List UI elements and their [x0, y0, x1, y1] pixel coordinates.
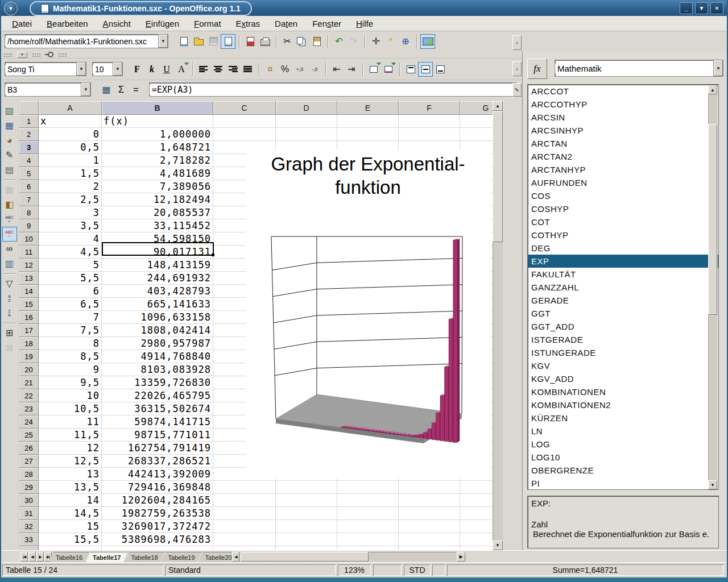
group-icon[interactable]: ⊞ — [2, 326, 17, 340]
align-center-vertically-icon[interactable] — [418, 62, 433, 77]
row-header-18[interactable]: 18 — [19, 337, 39, 350]
cell-F30[interactable] — [399, 494, 460, 507]
cell-D34[interactable] — [276, 546, 337, 550]
cell-B26[interactable]: 162754,791419 — [102, 442, 213, 455]
row-header-12[interactable]: 12 — [19, 259, 39, 272]
cell-A6[interactable]: 2 — [39, 180, 102, 193]
row-header-4[interactable]: 4 — [19, 154, 39, 167]
row-header-29[interactable]: 29 — [19, 481, 39, 494]
find-and-replace-icon[interactable]: ∞ — [2, 242, 17, 256]
status-selection-mode[interactable]: STD — [404, 564, 431, 576]
row-header-14[interactable]: 14 — [19, 285, 39, 298]
url-dropdown-icon[interactable]: ▼ — [158, 35, 168, 48]
function-item-exp[interactable]: EXP — [528, 255, 718, 268]
function-item-deg[interactable]: DEG — [528, 242, 718, 255]
cell-A17[interactable]: 7,5 — [39, 324, 102, 337]
font-size-input[interactable] — [93, 65, 113, 74]
new-document-icon[interactable] — [176, 34, 191, 49]
background-color-icon[interactable] — [381, 62, 396, 77]
cell-D33[interactable] — [276, 533, 337, 546]
cell-G33[interactable] — [460, 533, 493, 546]
row-header-24[interactable]: 24 — [19, 415, 39, 429]
cell-F32[interactable] — [399, 520, 460, 533]
scroll-down-icon[interactable]: ▼ — [708, 480, 717, 489]
cell-B28[interactable]: 442413,392009 — [102, 468, 213, 481]
function-item-arcsinhyp[interactable]: ARCSINHYP — [528, 124, 718, 137]
sort-descending-icon[interactable]: Z A — [2, 306, 17, 321]
function-item-pi[interactable]: PI — [528, 477, 718, 490]
cell-A21[interactable]: 9,5 — [39, 376, 102, 389]
cell-G1[interactable] — [460, 115, 493, 128]
autospellcheck-icon[interactable]: ABC ~ — [2, 227, 17, 242]
cell-G30[interactable] — [460, 494, 493, 507]
cell-A32[interactable]: 15 — [39, 520, 102, 533]
cell-reference-input[interactable] — [5, 85, 81, 94]
cell-E30[interactable] — [337, 494, 399, 507]
menu-daten[interactable]: Daten — [268, 17, 304, 30]
cut-icon[interactable]: ✂ — [280, 34, 295, 49]
cell-G31[interactable] — [460, 507, 493, 520]
function-item-cos[interactable]: COS — [528, 189, 718, 202]
cell-A8[interactable]: 3 — [39, 206, 102, 219]
menu-datei[interactable]: Datei — [6, 17, 38, 30]
font-name-dropdown-icon[interactable]: ▼ — [76, 63, 86, 76]
cell-A12[interactable]: 5 — [39, 259, 102, 272]
cell-A16[interactable]: 7 — [39, 311, 102, 324]
pen-icon[interactable]: ✎ — [512, 83, 522, 97]
column-header-a[interactable]: A — [39, 101, 102, 115]
function-item-cot[interactable]: COT — [528, 215, 718, 228]
row-header-17[interactable]: 17 — [19, 324, 39, 337]
cell-B23[interactable]: 36315,502674 — [102, 402, 213, 415]
cell-B9[interactable]: 33,115452 — [102, 219, 213, 232]
cell-A3[interactable]: 0,5 — [39, 141, 102, 154]
cell-A30[interactable]: 14 — [39, 494, 102, 507]
sheet-tab-tabelle18[interactable]: Tabelle18 — [124, 552, 164, 562]
scroll-up-icon[interactable]: ▲ — [493, 101, 503, 111]
cell-B21[interactable]: 13359,726830 — [102, 376, 213, 389]
form-functions-icon[interactable]: ▤ — [2, 163, 17, 177]
row-header-22[interactable]: 22 — [19, 389, 39, 402]
cell-B4[interactable]: 2,718282 — [102, 154, 213, 167]
row-header-30[interactable]: 30 — [19, 494, 39, 507]
cell-A13[interactable]: 5,5 — [39, 272, 102, 285]
cell-B22[interactable]: 22026,465795 — [102, 389, 213, 402]
toolbar-overflow-icon[interactable]: › — [512, 35, 522, 50]
cell-F2[interactable] — [399, 128, 460, 141]
row-header-3[interactable]: 3 — [19, 141, 39, 154]
font-size-dropdown-icon[interactable]: ▼ — [113, 63, 122, 76]
number-format-currency-icon[interactable]: ¤ — [263, 62, 278, 77]
italic-icon[interactable]: k — [144, 62, 159, 77]
category-dropdown-icon[interactable]: ▼ — [713, 60, 723, 76]
export-pdf-icon[interactable] — [243, 34, 258, 49]
function-item-arctan2[interactable]: ARCTAN2 — [528, 150, 718, 163]
row-header-31[interactable]: 31 — [19, 507, 39, 520]
cell-G29[interactable] — [460, 481, 493, 494]
cell-B19[interactable]: 4914,768840 — [102, 350, 213, 363]
toolbar-overflow-icon[interactable]: › — [512, 61, 522, 76]
select-all-corner[interactable] — [19, 101, 39, 115]
function-item-ggt[interactable]: GGT — [528, 307, 718, 320]
sort-ascending-icon[interactable]: A Z — [2, 291, 17, 306]
menu-ansicht[interactable]: Ansicht — [97, 17, 137, 30]
function-item-kombinationen[interactable]: KOMBINATIONEN — [528, 385, 718, 398]
function-item-obergrenze[interactable]: OBERGRENZE — [528, 464, 718, 477]
previous-sheet-icon[interactable]: ◀ — [28, 552, 36, 562]
copy-icon[interactable] — [295, 34, 309, 49]
cell-A29[interactable]: 13,5 — [39, 481, 102, 494]
function-item-arctanhyp[interactable]: ARCTANHYP — [528, 163, 718, 176]
cell-A20[interactable]: 9 — [39, 363, 102, 376]
row-header-6[interactable]: 6 — [19, 180, 39, 193]
function-list-scroll-thumb[interactable] — [708, 124, 717, 315]
function-item-fakultät[interactable]: FAKULTÄT — [528, 268, 718, 281]
function-item-kgv[interactable]: KGV — [528, 359, 718, 372]
decrease-indent-icon[interactable]: ⇤ — [329, 62, 344, 77]
borders-icon[interactable] — [366, 62, 381, 77]
function-item-arcsin[interactable]: ARCSIN — [528, 111, 718, 124]
cell-A19[interactable]: 8,5 — [39, 350, 102, 363]
cell-B12[interactable]: 148,413159 — [102, 259, 213, 272]
autofilter-icon[interactable]: ▽ — [2, 276, 17, 291]
number-format-percent-icon[interactable]: % — [278, 62, 292, 77]
function-item-arccothyp[interactable]: ARCCOTHYP — [528, 98, 718, 111]
open-document-icon[interactable] — [191, 34, 206, 49]
vertical-scrollbar[interactable]: ▲ ▼ — [493, 101, 503, 550]
